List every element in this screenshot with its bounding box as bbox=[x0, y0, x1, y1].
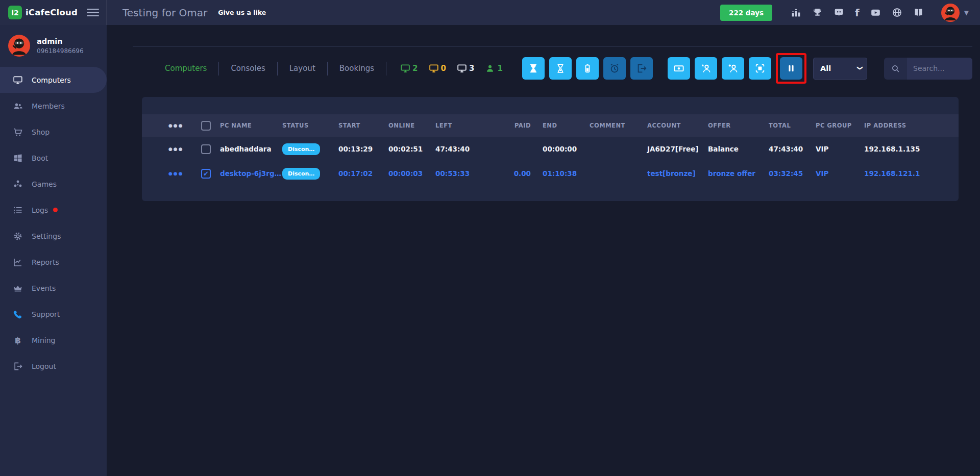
add-member-star-button[interactable] bbox=[695, 57, 717, 80]
cell-pc-name[interactable]: abedhaddara bbox=[220, 145, 282, 153]
alarm-button[interactable] bbox=[603, 57, 626, 80]
brand: i2 iCafeCloud bbox=[0, 0, 107, 25]
user-avatar[interactable] bbox=[941, 4, 960, 22]
status-badge[interactable]: Discon… bbox=[282, 168, 320, 180]
cell-pc-group: VIP bbox=[816, 145, 864, 153]
cell-online: 00:00:03 bbox=[388, 169, 435, 178]
monitor-icon bbox=[400, 63, 410, 73]
sidebar-item-boot[interactable]: Boot bbox=[0, 145, 107, 171]
cell-paid: 0.00 bbox=[495, 169, 531, 178]
col-ip-address[interactable]: IP ADDRESS bbox=[864, 122, 959, 129]
highlight-box bbox=[776, 53, 806, 84]
col-start[interactable]: START bbox=[338, 122, 388, 129]
capture-icon bbox=[754, 63, 766, 74]
sidebar-item-reports[interactable]: Reports bbox=[0, 249, 107, 275]
hourglass-filled-button[interactable] bbox=[522, 57, 545, 80]
pause-button[interactable] bbox=[780, 57, 802, 80]
windows-icon bbox=[13, 153, 23, 163]
sidebar-item-members[interactable]: Members bbox=[0, 93, 107, 119]
row-menu-icon[interactable]: ●●● bbox=[168, 171, 201, 176]
toolbar-actions: All bbox=[518, 53, 972, 84]
cell-status: Discon… bbox=[282, 168, 338, 180]
hourglass-outline-button[interactable] bbox=[549, 57, 572, 80]
sidebar-item-logs[interactable]: Logs bbox=[0, 197, 107, 223]
manual-book-icon[interactable] bbox=[913, 7, 924, 18]
col-paid[interactable]: PAID bbox=[495, 122, 531, 129]
table-row[interactable]: ●●● abedhaddara Discon… 00:13:29 00:02:5… bbox=[142, 137, 959, 161]
col-left[interactable]: LEFT bbox=[435, 122, 495, 129]
col-online[interactable]: ONLINE bbox=[388, 122, 435, 129]
hourglass-filled-icon bbox=[528, 63, 539, 74]
row-checkbox[interactable] bbox=[201, 169, 211, 179]
discord-icon[interactable] bbox=[834, 7, 844, 18]
cell-pc-name[interactable]: desktop-6j3rg… bbox=[220, 169, 282, 178]
row-menu-icon[interactable]: ●●● bbox=[168, 146, 201, 152]
cash-icon bbox=[673, 63, 684, 74]
sidebar-item-computers[interactable]: Computers bbox=[0, 67, 107, 93]
table-body: ●●● abedhaddara Discon… 00:13:29 00:02:5… bbox=[142, 137, 959, 186]
main-content: Computers Consoles Layout Bookings 2 0 bbox=[107, 25, 980, 476]
sidebar: admin 096184986696 Computers Members Sho… bbox=[0, 25, 107, 476]
cash-button[interactable] bbox=[668, 57, 690, 80]
tab-consoles[interactable]: Consoles bbox=[219, 64, 277, 73]
chevron-down-icon: ▼ bbox=[964, 9, 969, 16]
tab-layout[interactable]: Layout bbox=[278, 64, 327, 73]
battery-button[interactable] bbox=[576, 57, 599, 80]
table-row[interactable]: ●●● desktop-6j3rg… Discon… 00:17:02 00:0… bbox=[142, 161, 959, 186]
trophy-icon[interactable] bbox=[812, 7, 823, 18]
monitor-icon bbox=[429, 63, 439, 73]
search-input[interactable] bbox=[907, 58, 972, 80]
col-total[interactable]: TOTAL bbox=[769, 122, 816, 129]
search-icon bbox=[884, 58, 907, 80]
sidebar-item-settings[interactable]: Settings bbox=[0, 223, 107, 249]
cell-account: JA6D27[Free] bbox=[647, 145, 708, 153]
give-us-a-like-link[interactable]: Give us a like bbox=[218, 9, 266, 16]
toolbar: Computers Consoles Layout Bookings 2 0 bbox=[133, 46, 972, 84]
capture-button[interactable] bbox=[749, 57, 771, 80]
sidebar-item-mining[interactable]: ฿ Mining bbox=[0, 327, 107, 353]
sidebar-item-support[interactable]: Support bbox=[0, 301, 107, 327]
checkout-button[interactable] bbox=[630, 57, 653, 80]
add-member-star-icon bbox=[700, 63, 712, 74]
col-comment[interactable]: COMMENT bbox=[590, 122, 647, 129]
app-logo-icon: i2 bbox=[8, 6, 22, 19]
select-all-checkbox[interactable] bbox=[201, 121, 211, 131]
sidebar-item-shop[interactable]: Shop bbox=[0, 119, 107, 145]
sidebar-item-events[interactable]: Events bbox=[0, 275, 107, 301]
pause-icon bbox=[786, 63, 797, 74]
cell-start: 00:17:02 bbox=[338, 169, 388, 178]
sidebar-item-logout[interactable]: Logout bbox=[0, 353, 107, 379]
counter-online-pcs: 2 bbox=[400, 63, 418, 73]
tab-computers[interactable]: Computers bbox=[153, 64, 218, 73]
days-remaining-button[interactable]: 222 days bbox=[720, 5, 772, 21]
header-menu-icon[interactable]: ●●● bbox=[168, 123, 201, 128]
col-end[interactable]: END bbox=[531, 122, 590, 129]
phone-icon bbox=[13, 309, 23, 319]
chart-icon bbox=[13, 257, 23, 267]
hamburger-menu-icon[interactable] bbox=[87, 7, 99, 19]
ranking-icon[interactable] bbox=[791, 7, 801, 18]
cell-end: 01:10:38 bbox=[531, 169, 590, 178]
col-status[interactable]: STATUS bbox=[282, 122, 338, 129]
user-menu[interactable]: ▼ bbox=[941, 4, 969, 22]
facebook-icon[interactable]: f bbox=[855, 8, 860, 18]
col-account[interactable]: ACCOUNT bbox=[647, 122, 708, 129]
sidebar-user: admin 096184986696 bbox=[0, 25, 107, 64]
col-offer[interactable]: OFFER bbox=[708, 122, 769, 129]
globe-icon[interactable] bbox=[892, 7, 902, 18]
col-pc-name[interactable]: PC NAME bbox=[220, 122, 282, 129]
cell-total: 03:32:45 bbox=[769, 169, 816, 178]
status-badge[interactable]: Discon… bbox=[282, 143, 320, 155]
topbar: i2 iCafeCloud Testing for Omar Give us a… bbox=[0, 0, 980, 25]
col-pc-group[interactable]: PC GROUP bbox=[816, 122, 864, 129]
add-member-button[interactable] bbox=[722, 57, 744, 80]
games-icon bbox=[13, 179, 23, 189]
row-checkbox[interactable] bbox=[201, 144, 211, 154]
group-filter-select[interactable]: All bbox=[813, 58, 867, 80]
alarm-icon bbox=[609, 63, 620, 74]
gear-icon bbox=[13, 231, 23, 241]
youtube-icon[interactable] bbox=[870, 7, 881, 18]
sidebar-item-games[interactable]: Games bbox=[0, 171, 107, 197]
tab-bookings[interactable]: Bookings bbox=[328, 64, 386, 73]
cell-pc-group: VIP bbox=[816, 169, 864, 178]
